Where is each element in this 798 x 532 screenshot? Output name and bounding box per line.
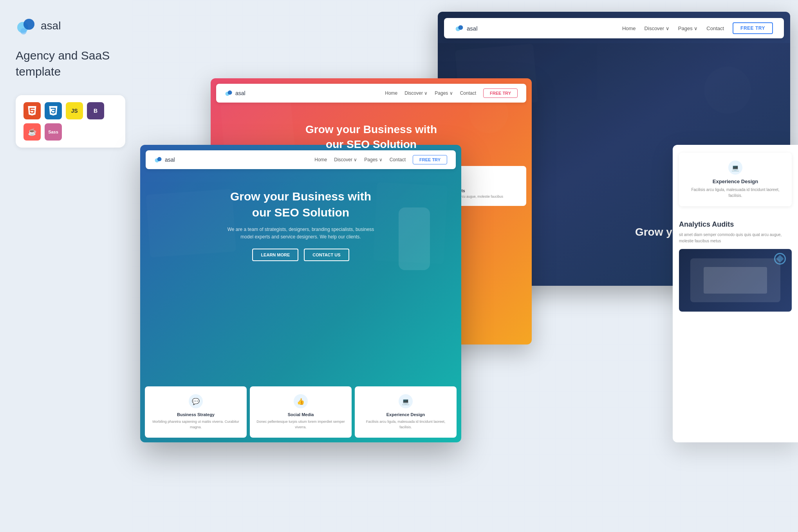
brand-name: asal — [41, 20, 61, 32]
dark-nav-discover[interactable]: Discover ∨ — [645, 25, 670, 31]
right-experience-icon: 💻 — [728, 161, 742, 175]
blue-nav-brand: asal — [165, 157, 175, 163]
mockup-blue-main: asal Home Discover ∨ Pages ∨ Contact FRE… — [140, 145, 461, 442]
right-experience-title: Experience Design — [687, 179, 784, 184]
blue-hero-desc: We are a team of strategists, designers,… — [226, 226, 375, 241]
laptop-illustration — [679, 249, 792, 312]
right-audits-title: Analytics Audits — [679, 220, 792, 229]
mockups-container: asal Home Discover ∨ Pages ∨ Contact FRE… — [140, 0, 798, 532]
svg-point-4 — [458, 25, 463, 30]
dark-nav-home[interactable]: Home — [622, 25, 636, 31]
dark-nav-brand: asal — [467, 25, 478, 32]
right-bottom-section: Analytics Audits sit amet diam semper co… — [673, 220, 798, 312]
dark-nav-freetry-button[interactable]: FREE TRY — [733, 22, 773, 34]
svg-point-2 — [20, 28, 27, 34]
orange-hero-headline: Grow your Business with our SEO Solution — [234, 122, 508, 152]
brand-logo-area: asal — [16, 16, 133, 36]
experience-desc: Facilisis arcu ligula, malesuada id tinc… — [360, 419, 451, 430]
svg-point-1 — [23, 19, 34, 30]
badge-js: JS — [66, 102, 83, 119]
orange-hero-content: Grow your Business with our SEO Solution — [211, 103, 532, 158]
contact-us-button[interactable]: CONTACT US — [304, 249, 349, 261]
right-audits-desc: sit amet diam semper commodo quis quis q… — [679, 232, 792, 244]
logo-icon — [16, 16, 36, 36]
dark-nav-contact[interactable]: Contact — [706, 25, 724, 31]
blue-hero-buttons: LEARN MORE CONTACT US — [156, 249, 446, 261]
right-cards-section: 💻 Experience Design Facilisis arcu ligul… — [673, 145, 798, 220]
badge-html — [23, 102, 41, 119]
strategy-desc: Morbiling pharetra sapiening ut mattis v… — [150, 419, 241, 430]
tech-badges-container: JS B ☕ Sass — [16, 95, 125, 148]
feature-card-social: 👍 Social Media Donec pellentesque turpis… — [250, 386, 352, 438]
blue-nav-logo: asal — [154, 156, 175, 164]
strategy-icon: 💬 — [189, 394, 203, 408]
feature-card-strategy: 💬 Business Strategy Morbiling pharetra s… — [145, 386, 247, 438]
badge-cup: ☕ — [23, 123, 41, 141]
strategy-title: Business Strategy — [150, 412, 241, 417]
right-experience-desc: Facilisis arcu ligula, malesuada id tinc… — [687, 187, 784, 198]
social-title: Social Media — [255, 412, 346, 417]
left-panel: asal Agency and SaaS template JS B ☕ Sas… — [16, 16, 133, 148]
blue-hero-content: Grow your Business with our SEO Solution… — [140, 169, 461, 267]
dark-nav-pages[interactable]: Pages ∨ — [678, 25, 698, 31]
learn-more-button[interactable]: LEARN MORE — [252, 249, 298, 261]
badge-sass: Sass — [45, 123, 62, 141]
svg-point-8 — [157, 157, 162, 161]
feature-card-experience: 💻 Experience Design Facilisis arcu ligul… — [355, 386, 457, 438]
blue-feature-cards: 💬 Business Strategy Morbiling pharetra s… — [140, 386, 461, 442]
experience-icon: 💻 — [399, 394, 413, 408]
right-card-experience: 💻 Experience Design Facilisis arcu ligul… — [679, 153, 792, 206]
brand-tagline: Agency and SaaS template — [16, 48, 133, 79]
social-icon: 👍 — [294, 394, 308, 408]
experience-title: Experience Design — [360, 412, 451, 417]
mockup-right-partial: 💻 Experience Design Facilisis arcu ligul… — [673, 145, 798, 442]
social-desc: Donec pellentesque turpis utium lorem im… — [255, 419, 346, 430]
dark-nav-logo: asal — [455, 24, 478, 32]
badge-bootstrap: B — [87, 102, 104, 119]
dark-nav-links: Home Discover ∨ Pages ∨ Contact FREE TRY — [622, 22, 773, 34]
badge-css — [45, 102, 62, 119]
blue-hero-headline: Grow your Business with our SEO Solution — [156, 189, 446, 220]
